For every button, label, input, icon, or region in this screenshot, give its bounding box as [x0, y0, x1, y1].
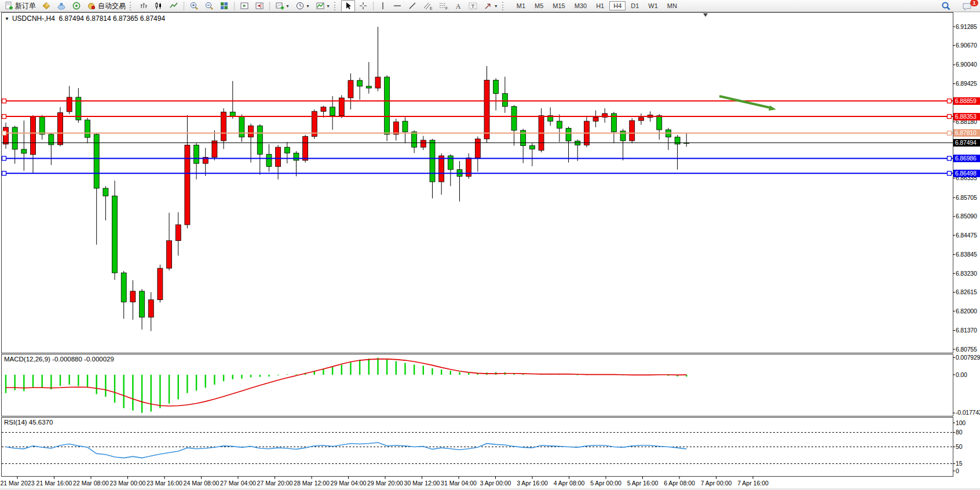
macd-axis-label: -0.017743 [956, 409, 980, 416]
crosshair-tool-button[interactable] [356, 0, 370, 12]
main-chart-panel[interactable] [1, 12, 953, 353]
line-chart-icon [169, 1, 178, 10]
price-line-badge-6.87810: 6.87810 [953, 129, 980, 137]
timeframe-button-H4[interactable]: H4 [609, 1, 626, 10]
line-chart-mode-button[interactable] [167, 0, 181, 12]
text-tool-button[interactable]: A [452, 0, 465, 12]
arrows-shapes-icon [484, 1, 493, 10]
price-axis-label: 6.83845 [956, 251, 977, 258]
macd-panel[interactable] [1, 354, 953, 416]
signals-button[interactable] [70, 0, 83, 12]
price-axis-label: 6.82615 [956, 288, 977, 295]
new-order-button[interactable]: 新订单 [2, 0, 38, 12]
autoscroll-icon [240, 1, 249, 10]
arrows-tool-button[interactable]: ▼ [481, 0, 500, 12]
time-axis-label: 5 Apr 16:00 [627, 480, 659, 487]
time-axis-label: 27 Mar 20:00 [257, 480, 293, 487]
toolbar-grip[interactable] [130, 2, 134, 10]
timeframe-button-H1[interactable]: H1 [592, 1, 608, 10]
macd-current-values: -0.000880 -0.000029 [52, 356, 114, 363]
macd-axis-label: 0.007929 [956, 354, 980, 361]
cloud-user-icon [57, 1, 66, 10]
cursor-icon [343, 1, 353, 10]
time-axis-label: 28 Mar 12:00 [294, 480, 330, 487]
rsi-axis-label: 80 [956, 429, 962, 436]
macd-indicator-label: MACD(12,26,9) -0.000880 -0.000029 [4, 356, 114, 363]
price-line-badge-6.86498: 6.86498 [953, 170, 980, 177]
timeframe-button-MN[interactable]: MN [663, 1, 681, 10]
price-line-badge-6.88353: 6.88353 [953, 113, 980, 120]
trendline-tool-button[interactable] [405, 0, 419, 12]
fibonacci-tool-button[interactable]: F [436, 0, 451, 12]
autoscroll-button[interactable] [237, 0, 251, 12]
label-tool-button[interactable]: T [466, 0, 480, 12]
tile-windows-icon [220, 1, 229, 10]
zoom-in-button[interactable] [187, 0, 201, 12]
rsi-axis-label: 50 [956, 443, 962, 450]
timeframe-button-W1[interactable]: W1 [644, 1, 662, 10]
timeframe-button-D1[interactable]: D1 [627, 1, 643, 10]
rsi-axis-label: 0 [956, 467, 959, 474]
rsi-axis-label: 100 [956, 419, 966, 426]
rsi-current-value: 45.6370 [29, 419, 53, 426]
toolbar-separator [269, 2, 270, 10]
new-order-label: 新订单 [15, 1, 36, 11]
crosshair-icon [359, 1, 368, 10]
horizontal-line-tool-button[interactable] [390, 0, 404, 12]
fibonacci-icon: F [438, 1, 448, 10]
timeframe-button-M30[interactable]: M30 [571, 1, 591, 10]
bar-chart-icon [139, 1, 148, 10]
candlestick-mode-button[interactable] [152, 0, 166, 12]
time-axis-label: 6 Apr 08:00 [664, 480, 695, 487]
journal-button[interactable] [39, 0, 53, 12]
new-chart-button[interactable]: ▼ [273, 0, 292, 12]
time-axis-label: 21 Mar 16:00 [36, 480, 72, 487]
community-button[interactable] [54, 0, 68, 12]
cursor-tool-button[interactable] [341, 0, 355, 12]
svg-text:F: F [445, 6, 448, 10]
price-axis-label: 6.91285 [956, 23, 977, 30]
macd-axis-label: 0.00 [956, 371, 967, 378]
toolbar-grip[interactable] [334, 2, 338, 10]
vertical-line-icon [379, 1, 387, 10]
search-button[interactable] [939, 0, 953, 12]
svg-text:E: E [430, 6, 433, 10]
autotrading-label: 自动交易 [98, 1, 126, 11]
equidistant-channel-icon: E [423, 1, 433, 10]
chart-symbol-title[interactable]: ▼USDCNH-,H4 6.87494 6.87814 6.87365 6.87… [5, 14, 165, 23]
zoom-out-button[interactable] [202, 0, 216, 12]
price-axis[interactable]: 6.912856.906706.900406.894256.881806.863… [956, 0, 980, 490]
period-button[interactable]: ▼ [293, 0, 312, 12]
search-icon [941, 1, 951, 11]
new-chart-icon [275, 1, 284, 10]
trendline-icon [408, 1, 417, 10]
tile-windows-button[interactable] [217, 0, 231, 12]
timeframe-button-M1[interactable]: M1 [513, 1, 529, 10]
vertical-line-tool-button[interactable] [376, 0, 389, 12]
indicators-button[interactable]: ▼ [313, 0, 332, 12]
price-axis-label: 6.89425 [956, 80, 977, 87]
time-axis[interactable]: 21 Mar 202321 Mar 16:0022 Mar 08:0023 Ma… [0, 479, 980, 488]
rsi-panel[interactable] [1, 417, 953, 477]
signal-icon [72, 1, 81, 10]
time-axis-label: 24 Mar 08:00 [184, 480, 220, 487]
price-axis-label: 6.81370 [956, 327, 977, 334]
autotrading-icon [87, 1, 96, 10]
autotrading-button[interactable]: 自动交易 [85, 0, 128, 12]
rsi-axis-label: 15 [956, 460, 962, 467]
chart-shift-icon [255, 1, 264, 10]
price-axis-label: 6.90040 [956, 61, 977, 68]
chart-shift-button[interactable] [253, 0, 266, 12]
timeframe-button-M15[interactable]: M15 [548, 1, 569, 10]
price-axis-label: 6.85090 [956, 213, 977, 220]
channel-tool-button[interactable]: E [420, 0, 435, 12]
text-icon: A [454, 1, 462, 10]
price-axis-label: 6.82000 [956, 308, 977, 315]
timeframe-button-M5[interactable]: M5 [531, 1, 547, 10]
rsi-indicator-label: RSI(14) 45.6370 [4, 419, 53, 426]
chevron-down-icon: ▼ [286, 4, 290, 8]
toolbar-grip[interactable] [502, 2, 506, 10]
bar-chart-mode-button[interactable] [137, 0, 151, 12]
gold-diamond-icon [42, 1, 51, 10]
price-line-badge-6.88859: 6.88859 [953, 97, 980, 105]
